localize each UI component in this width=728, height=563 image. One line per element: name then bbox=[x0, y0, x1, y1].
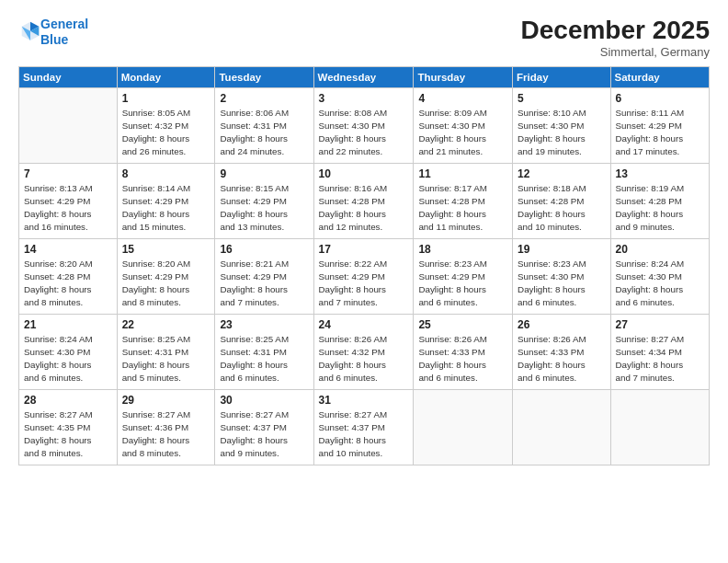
day-info: Sunrise: 8:11 AMSunset: 4:29 PMDaylight:… bbox=[616, 107, 704, 159]
day-number: 25 bbox=[418, 318, 507, 331]
day-info: Sunrise: 8:08 AMSunset: 4:30 PMDaylight:… bbox=[319, 107, 409, 159]
day-number: 12 bbox=[518, 167, 605, 180]
logo-text: General Blue bbox=[40, 17, 88, 48]
day-number: 24 bbox=[319, 318, 409, 331]
table-row: 16Sunrise: 8:21 AMSunset: 4:29 PMDayligh… bbox=[215, 238, 313, 314]
day-info: Sunrise: 8:26 AMSunset: 4:32 PMDaylight:… bbox=[319, 333, 409, 385]
table-row: 1Sunrise: 8:05 AMSunset: 4:32 PMDaylight… bbox=[117, 87, 215, 163]
day-info: Sunrise: 8:13 AMSunset: 4:29 PMDaylight:… bbox=[24, 182, 112, 235]
day-number: 13 bbox=[616, 167, 704, 180]
table-row: 26Sunrise: 8:26 AMSunset: 4:33 PMDayligh… bbox=[513, 314, 610, 389]
day-info: Sunrise: 8:25 AMSunset: 4:31 PMDaylight:… bbox=[122, 333, 210, 385]
table-row: 4Sunrise: 8:09 AMSunset: 4:30 PMDaylight… bbox=[414, 87, 513, 163]
day-number: 4 bbox=[418, 92, 507, 105]
col-wednesday: Wednesday bbox=[313, 66, 414, 87]
day-number: 29 bbox=[122, 394, 210, 407]
day-info: Sunrise: 8:24 AMSunset: 4:30 PMDaylight:… bbox=[616, 258, 704, 310]
day-info: Sunrise: 8:26 AMSunset: 4:33 PMDaylight:… bbox=[418, 333, 507, 385]
month-title: December 2025 bbox=[521, 17, 710, 45]
table-row bbox=[414, 389, 513, 465]
day-number: 6 bbox=[616, 92, 704, 105]
table-row: 13Sunrise: 8:19 AMSunset: 4:28 PMDayligh… bbox=[610, 163, 709, 238]
table-row: 9Sunrise: 8:15 AMSunset: 4:29 PMDaylight… bbox=[215, 163, 313, 238]
day-number: 7 bbox=[24, 167, 112, 180]
table-row: 8Sunrise: 8:14 AMSunset: 4:29 PMDaylight… bbox=[117, 163, 215, 238]
day-info: Sunrise: 8:18 AMSunset: 4:28 PMDaylight:… bbox=[518, 182, 605, 235]
table-row: 18Sunrise: 8:23 AMSunset: 4:29 PMDayligh… bbox=[414, 238, 513, 314]
day-info: Sunrise: 8:24 AMSunset: 4:30 PMDaylight:… bbox=[24, 333, 112, 385]
day-number: 27 bbox=[616, 318, 704, 331]
table-row: 3Sunrise: 8:08 AMSunset: 4:30 PMDaylight… bbox=[313, 87, 414, 163]
table-row: 21Sunrise: 8:24 AMSunset: 4:30 PMDayligh… bbox=[19, 314, 118, 389]
calendar: Sunday Monday Tuesday Wednesday Thursday… bbox=[18, 66, 710, 465]
table-row bbox=[513, 389, 610, 465]
table-row bbox=[19, 87, 118, 163]
table-row: 19Sunrise: 8:23 AMSunset: 4:30 PMDayligh… bbox=[513, 238, 610, 314]
calendar-header-row: Sunday Monday Tuesday Wednesday Thursday… bbox=[19, 66, 710, 87]
table-row: 11Sunrise: 8:17 AMSunset: 4:28 PMDayligh… bbox=[414, 163, 513, 238]
table-row: 7Sunrise: 8:13 AMSunset: 4:29 PMDaylight… bbox=[19, 163, 118, 238]
day-info: Sunrise: 8:27 AMSunset: 4:34 PMDaylight:… bbox=[616, 333, 704, 385]
table-row: 25Sunrise: 8:26 AMSunset: 4:33 PMDayligh… bbox=[414, 314, 513, 389]
col-sunday: Sunday bbox=[19, 66, 118, 87]
day-number: 1 bbox=[122, 92, 210, 105]
day-number: 11 bbox=[418, 167, 507, 180]
col-monday: Monday bbox=[117, 66, 215, 87]
day-info: Sunrise: 8:17 AMSunset: 4:28 PMDaylight:… bbox=[418, 182, 507, 235]
day-number: 9 bbox=[220, 167, 308, 180]
table-row: 2Sunrise: 8:06 AMSunset: 4:31 PMDaylight… bbox=[215, 87, 313, 163]
table-row: 22Sunrise: 8:25 AMSunset: 4:31 PMDayligh… bbox=[117, 314, 215, 389]
day-info: Sunrise: 8:10 AMSunset: 4:30 PMDaylight:… bbox=[518, 107, 605, 159]
table-row: 12Sunrise: 8:18 AMSunset: 4:28 PMDayligh… bbox=[513, 163, 610, 238]
day-info: Sunrise: 8:27 AMSunset: 4:36 PMDaylight:… bbox=[122, 408, 210, 461]
day-info: Sunrise: 8:05 AMSunset: 4:32 PMDaylight:… bbox=[122, 107, 210, 159]
table-row: 27Sunrise: 8:27 AMSunset: 4:34 PMDayligh… bbox=[610, 314, 709, 389]
day-number: 8 bbox=[122, 167, 210, 180]
day-number: 28 bbox=[24, 394, 112, 407]
col-tuesday: Tuesday bbox=[215, 66, 313, 87]
day-number: 30 bbox=[220, 394, 308, 407]
logo-line2: Blue bbox=[40, 32, 68, 47]
day-info: Sunrise: 8:20 AMSunset: 4:29 PMDaylight:… bbox=[122, 258, 210, 310]
day-info: Sunrise: 8:23 AMSunset: 4:30 PMDaylight:… bbox=[518, 258, 605, 310]
day-info: Sunrise: 8:09 AMSunset: 4:30 PMDaylight:… bbox=[418, 107, 507, 159]
table-row: 15Sunrise: 8:20 AMSunset: 4:29 PMDayligh… bbox=[117, 238, 215, 314]
day-info: Sunrise: 8:06 AMSunset: 4:31 PMDaylight:… bbox=[220, 107, 308, 159]
day-number: 26 bbox=[518, 318, 605, 331]
day-info: Sunrise: 8:21 AMSunset: 4:29 PMDaylight:… bbox=[220, 258, 308, 310]
table-row: 5Sunrise: 8:10 AMSunset: 4:30 PMDaylight… bbox=[513, 87, 610, 163]
day-info: Sunrise: 8:27 AMSunset: 4:37 PMDaylight:… bbox=[220, 408, 308, 461]
header: General Blue December 2025 Simmertal, Ge… bbox=[18, 17, 710, 59]
day-number: 2 bbox=[220, 92, 308, 105]
day-number: 18 bbox=[418, 243, 507, 256]
day-number: 23 bbox=[220, 318, 308, 331]
table-row: 17Sunrise: 8:22 AMSunset: 4:29 PMDayligh… bbox=[313, 238, 414, 314]
table-row: 30Sunrise: 8:27 AMSunset: 4:37 PMDayligh… bbox=[215, 389, 313, 465]
logo: General Blue bbox=[18, 17, 88, 48]
col-friday: Friday bbox=[513, 66, 610, 87]
day-number: 31 bbox=[319, 394, 409, 407]
table-row: 6Sunrise: 8:11 AMSunset: 4:29 PMDaylight… bbox=[610, 87, 709, 163]
day-number: 14 bbox=[24, 243, 112, 256]
page: General Blue December 2025 Simmertal, Ge… bbox=[0, 0, 728, 563]
day-number: 10 bbox=[319, 167, 409, 180]
day-info: Sunrise: 8:16 AMSunset: 4:28 PMDaylight:… bbox=[319, 182, 409, 235]
day-number: 17 bbox=[319, 243, 409, 256]
day-info: Sunrise: 8:15 AMSunset: 4:29 PMDaylight:… bbox=[220, 182, 308, 235]
table-row: 28Sunrise: 8:27 AMSunset: 4:35 PMDayligh… bbox=[19, 389, 118, 465]
table-row bbox=[610, 389, 709, 465]
table-row: 10Sunrise: 8:16 AMSunset: 4:28 PMDayligh… bbox=[313, 163, 414, 238]
table-row: 20Sunrise: 8:24 AMSunset: 4:30 PMDayligh… bbox=[610, 238, 709, 314]
col-saturday: Saturday bbox=[610, 66, 709, 87]
day-number: 21 bbox=[24, 318, 112, 331]
location: Simmertal, Germany bbox=[521, 45, 710, 59]
table-row: 23Sunrise: 8:25 AMSunset: 4:31 PMDayligh… bbox=[215, 314, 313, 389]
day-number: 20 bbox=[616, 243, 704, 256]
day-number: 16 bbox=[220, 243, 308, 256]
table-row: 14Sunrise: 8:20 AMSunset: 4:28 PMDayligh… bbox=[19, 238, 118, 314]
table-row: 24Sunrise: 8:26 AMSunset: 4:32 PMDayligh… bbox=[313, 314, 414, 389]
day-info: Sunrise: 8:19 AMSunset: 4:28 PMDaylight:… bbox=[616, 182, 704, 235]
day-info: Sunrise: 8:23 AMSunset: 4:29 PMDaylight:… bbox=[418, 258, 507, 310]
day-number: 5 bbox=[518, 92, 605, 105]
title-block: December 2025 Simmertal, Germany bbox=[521, 17, 710, 59]
